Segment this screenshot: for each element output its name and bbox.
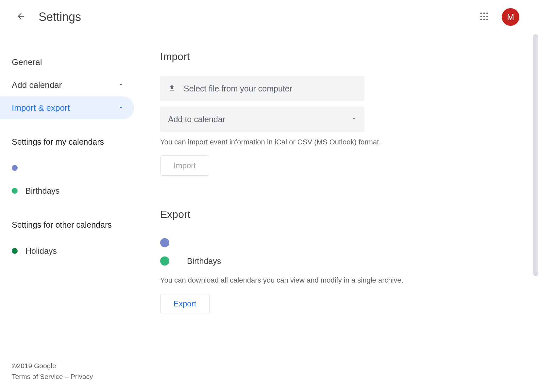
import-button[interactable]: Import — [160, 155, 209, 176]
google-apps-button[interactable] — [476, 9, 492, 25]
svg-point-3 — [480, 16, 482, 17]
svg-point-2 — [486, 12, 488, 14]
back-arrow-icon — [16, 11, 26, 23]
calendar-color-dot — [160, 256, 169, 266]
svg-point-6 — [480, 19, 482, 20]
main-content: Import Select file from your computer Ad… — [154, 34, 539, 392]
dropdown-arrow-icon — [351, 116, 357, 122]
back-arrow-button[interactable] — [13, 9, 29, 25]
calendar-color-dot — [160, 238, 169, 247]
calendar-item-holidays[interactable]: Holidays — [0, 239, 154, 262]
apps-grid-icon — [480, 12, 489, 22]
chevron-down-icon — [118, 103, 124, 113]
select-file-button[interactable]: Select file from your computer — [160, 76, 364, 101]
svg-point-7 — [483, 19, 485, 20]
export-calendar-label: Birthdays — [187, 256, 221, 266]
nav-item-general[interactable]: General — [0, 51, 134, 74]
svg-point-8 — [486, 19, 488, 20]
svg-point-5 — [486, 16, 488, 17]
add-to-calendar-dropdown[interactable]: Add to calendar — [160, 106, 364, 132]
vertical-scrollbar[interactable] — [533, 34, 538, 276]
export-calendar-row: Birthdays — [160, 252, 539, 270]
chevron-down-icon — [118, 80, 124, 90]
nav-item-import-export[interactable]: Import & export — [0, 96, 134, 119]
settings-sidebar: General Add calendar Import & export Set… — [0, 34, 154, 392]
terms-link[interactable]: Terms of Service — [12, 373, 63, 380]
account-avatar[interactable]: M — [502, 8, 519, 26]
svg-point-1 — [483, 12, 485, 14]
export-title: Export — [160, 208, 539, 220]
add-to-calendar-label: Add to calendar — [168, 115, 225, 124]
privacy-link[interactable]: Privacy — [71, 373, 93, 380]
nav-item-label: Import & export — [12, 103, 70, 113]
calendar-color-dot — [12, 165, 18, 171]
copyright-text: ©2019 Google — [12, 360, 93, 371]
app-header: Settings M — [0, 0, 539, 34]
select-file-label: Select file from your computer — [184, 84, 292, 93]
export-button[interactable]: Export — [160, 294, 210, 314]
calendar-item[interactable] — [0, 156, 154, 179]
footer: ©2019 Google Terms of Service – Privacy — [12, 360, 93, 382]
export-calendar-row — [160, 234, 539, 252]
export-hint: You can download all calendars you can v… — [160, 276, 539, 285]
other-calendars-heading: Settings for other calendars — [0, 220, 154, 230]
import-title: Import — [160, 51, 539, 63]
my-calendars-heading: Settings for my calendars — [0, 137, 154, 147]
calendar-color-dot — [12, 248, 18, 254]
calendar-item-label: Holidays — [25, 246, 57, 256]
svg-point-0 — [480, 12, 482, 14]
nav-item-add-calendar[interactable]: Add calendar — [0, 74, 134, 96]
calendar-item-label: Birthdays — [25, 186, 59, 196]
svg-point-4 — [483, 16, 485, 17]
nav-item-label: Add calendar — [12, 80, 62, 90]
nav-item-label: General — [12, 57, 42, 67]
calendar-item-birthdays[interactable]: Birthdays — [0, 179, 154, 202]
calendar-color-dot — [12, 188, 18, 194]
import-hint: You can import event information in iCal… — [160, 138, 539, 146]
page-title: Settings — [39, 10, 81, 24]
upload-icon — [168, 84, 176, 93]
footer-separator: – — [63, 373, 70, 380]
